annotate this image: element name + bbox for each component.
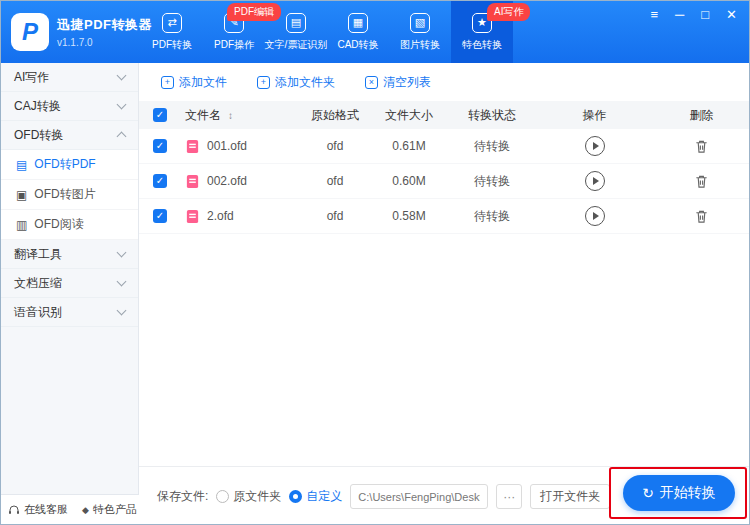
delete-button[interactable] (694, 174, 709, 189)
column-header-format: 原始格式 (311, 107, 359, 124)
online-service-label: 在线客服 (24, 502, 68, 517)
delete-button[interactable] (694, 209, 709, 224)
save-path-input[interactable] (350, 484, 488, 509)
clear-list-icon: × (365, 76, 378, 89)
tab-pdf-convert[interactable]: ⇄ PDF转换 (141, 1, 203, 63)
menu-icon[interactable]: ≡ (650, 8, 658, 21)
convert-status: 待转换 (474, 173, 510, 190)
sidebar-item-label: 文档压缩 (14, 275, 62, 292)
window-controls: ≡ ─ □ ✕ (650, 8, 737, 21)
select-all-checkbox[interactable]: ✓ (153, 108, 167, 122)
table-row: ✓ 002.ofd ofd 0.60M 待转换 (139, 164, 750, 199)
add-file-button[interactable]: + 添加文件 (161, 74, 227, 91)
sidebar-item-caj-convert[interactable]: CAJ转换 (1, 92, 138, 121)
sidebar: AI写作 CAJ转换 OFD转换 ▤ OFD转PDF ▣ OFD转图片 ▥ OF… (1, 63, 139, 496)
featured-products-label: 特色产品 (93, 502, 137, 517)
file-icon (185, 174, 200, 189)
app-window: P 迅捷PDF转换器 v1.1.7.0 ⇄ PDF转换 ✎ PDF操作 ▤ 文字… (0, 0, 750, 525)
sidebar-item-speech-recognition[interactable]: 语音识别 (1, 298, 138, 327)
close-button[interactable]: ✕ (726, 8, 737, 21)
maximize-button[interactable]: □ (701, 8, 709, 21)
row-checkbox[interactable]: ✓ (153, 139, 167, 153)
delete-button[interactable] (694, 139, 709, 154)
header-bar: P 迅捷PDF转换器 v1.1.7.0 ⇄ PDF转换 ✎ PDF操作 ▤ 文字… (1, 1, 749, 63)
diamond-icon: ◆ (82, 505, 89, 515)
tab-label: PDF转换 (152, 38, 192, 52)
tab-label: 特色转换 (462, 38, 502, 52)
convert-status: 待转换 (474, 138, 510, 155)
file-name: 2.ofd (207, 209, 234, 223)
tab-cad-convert[interactable]: ▦ CAD转换 (327, 1, 389, 63)
chevron-up-icon (117, 132, 127, 142)
ocr-icon: ▤ (286, 13, 306, 33)
sidebar-subitem-ofd-reader[interactable]: ▥ OFD阅读 (1, 210, 138, 240)
pdf-convert-icon: ⇄ (162, 13, 182, 33)
file-name: 002.ofd (207, 174, 247, 188)
sidebar-item-doc-compress[interactable]: 文档压缩 (1, 269, 138, 298)
clear-list-button[interactable]: × 清空列表 (365, 74, 431, 91)
app-version: v1.1.7.0 (57, 37, 152, 48)
radio-checked-icon[interactable] (289, 490, 302, 503)
add-folder-button[interactable]: + 添加文件夹 (257, 74, 335, 91)
sidebar-footer: 在线客服 ◆ 特色产品 (1, 494, 139, 524)
column-header-filename[interactable]: 文件名 (185, 107, 221, 124)
sidebar-item-ofd-convert[interactable]: OFD转换 (1, 121, 138, 150)
ofd-to-image-icon: ▣ (16, 189, 27, 201)
column-header-action: 操作 (583, 107, 607, 124)
table-row: ✓ 001.ofd ofd 0.61M 待转换 (139, 129, 750, 164)
trash-icon (694, 139, 709, 154)
start-convert-label: 开始转换 (660, 484, 716, 502)
open-folder-button[interactable]: 打开文件夹 (530, 484, 610, 509)
row-convert-button[interactable] (585, 136, 605, 156)
browse-button[interactable]: ··· (496, 484, 522, 509)
table-header-row: ✓ 文件名 ↕ 原始格式 文件大小 转换状态 操作 删除 (139, 101, 750, 129)
add-file-icon: + (161, 76, 174, 89)
sidebar-item-label: CAJ转换 (14, 98, 61, 115)
sidebar-subitem-label: OFD阅读 (34, 216, 83, 233)
start-convert-button[interactable]: ↻ 开始转换 (623, 475, 735, 511)
radio-original-folder[interactable]: 原文件夹 (216, 488, 281, 505)
radio-icon[interactable] (216, 490, 229, 503)
file-size: 0.58M (392, 209, 425, 223)
minimize-button[interactable]: ─ (675, 8, 684, 21)
main-nav-tabs: ⇄ PDF转换 ✎ PDF操作 ▤ 文字/票证识别 ▦ CAD转换 ▧ 图片转换… (141, 1, 513, 63)
trash-icon (694, 174, 709, 189)
sort-icon[interactable]: ↕ (228, 110, 233, 121)
add-file-label: 添加文件 (179, 74, 227, 91)
trash-icon (694, 209, 709, 224)
save-file-label: 保存文件: (157, 488, 208, 505)
radio-custom-label: 自定义 (306, 488, 342, 505)
sidebar-subitem-ofd-to-image[interactable]: ▣ OFD转图片 (1, 180, 138, 210)
sidebar-item-label: 翻译工具 (14, 246, 62, 263)
sidebar-item-translate[interactable]: 翻译工具 (1, 240, 138, 269)
row-convert-button[interactable] (585, 206, 605, 226)
cad-convert-icon: ▦ (348, 13, 368, 33)
online-service-link[interactable]: 在线客服 (1, 502, 75, 517)
sidebar-item-label: AI写作 (14, 69, 49, 86)
file-icon (185, 209, 200, 224)
headset-icon (8, 504, 20, 516)
featured-products-link[interactable]: ◆ 特色产品 (75, 502, 144, 517)
chevron-down-icon (117, 306, 127, 316)
table-row: ✓ 2.ofd ofd 0.58M 待转换 (139, 199, 750, 234)
sidebar-subitem-label: OFD转PDF (34, 156, 95, 173)
tab-label: PDF操作 (214, 38, 254, 52)
radio-custom-folder[interactable]: 自定义 (289, 488, 342, 505)
clear-list-label: 清空列表 (383, 74, 431, 91)
chevron-down-icon (117, 71, 127, 81)
pdf-edit-badge: PDF编辑 (227, 3, 281, 21)
sidebar-item-ai-writing[interactable]: AI写作 (1, 63, 138, 92)
row-checkbox[interactable]: ✓ (153, 209, 167, 223)
main-content: + 添加文件 + 添加文件夹 × 清空列表 ✓ 文件名 ↕ 原始格式 文件大小 … (139, 63, 750, 466)
add-folder-label: 添加文件夹 (275, 74, 335, 91)
image-convert-icon: ▧ (410, 13, 430, 33)
column-header-delete: 删除 (690, 107, 714, 124)
row-checkbox[interactable]: ✓ (153, 174, 167, 188)
tab-label: CAD转换 (337, 38, 378, 52)
sidebar-subitem-ofd-to-pdf[interactable]: ▤ OFD转PDF (1, 150, 138, 180)
row-convert-button[interactable] (585, 171, 605, 191)
sidebar-item-label: 语音识别 (14, 304, 62, 321)
ofd-to-pdf-icon: ▤ (16, 159, 27, 171)
file-name: 001.ofd (207, 139, 247, 153)
tab-image-convert[interactable]: ▧ 图片转换 (389, 1, 451, 63)
